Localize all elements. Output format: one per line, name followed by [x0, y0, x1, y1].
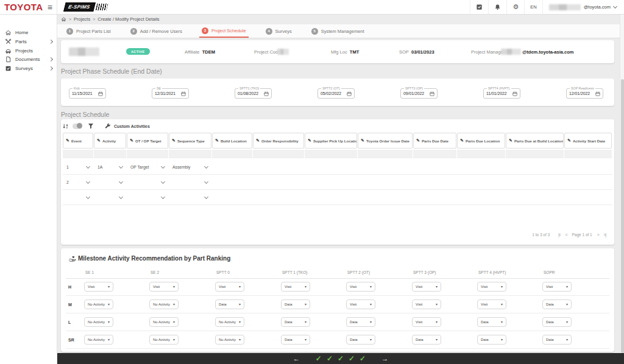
activity-select[interactable]: Data▾: [346, 335, 375, 345]
sidebar-item-home[interactable]: Home: [0, 29, 57, 37]
activity-select[interactable]: Visit▾: [346, 299, 375, 309]
next-page-button[interactable]: >: [597, 233, 599, 237]
activity-select[interactable]: No Activity▾: [84, 317, 113, 327]
activity-select[interactable]: Data▾: [412, 335, 441, 345]
ot-op-target-dropdown[interactable]: OP Target: [127, 165, 168, 169]
event-dropdown[interactable]: [63, 197, 93, 198]
date-field-sptt1[interactable]: SPTT1 (TKO) 01/08/2022: [235, 88, 272, 99]
column-header-toyota-order-issue-date[interactable]: ✎Toyota Order Issue Date: [358, 133, 413, 149]
activity-select[interactable]: Visit▾: [215, 282, 244, 292]
sidebar-item-projects[interactable]: Projects: [0, 47, 57, 55]
activity-select[interactable]: No Activity▾: [84, 335, 113, 345]
parts-tools-icon: [5, 38, 12, 45]
next-step-arrow[interactable]: →: [381, 355, 388, 362]
activity-select[interactable]: Data▾: [477, 317, 506, 327]
language-selector[interactable]: EN: [524, 0, 542, 14]
rank-label-sr: SR: [68, 338, 74, 342]
tab-system-management[interactable]: 5 System Management: [309, 24, 367, 38]
ot-op-target-dropdown[interactable]: [127, 197, 168, 198]
scrollbar-thumb[interactable]: [621, 79, 624, 353]
event-dropdown[interactable]: 1: [63, 165, 93, 169]
ot-op-target-dropdown[interactable]: [127, 181, 168, 183]
activity-select[interactable]: No Activity▾: [149, 317, 179, 327]
breadcrumb-current-page: Create / Modify Project Details: [98, 16, 159, 22]
date-field-sptt3[interactable]: SPTT3 (OP) 09/01/2022: [400, 88, 438, 99]
sort-icon[interactable]: AZ: [62, 123, 69, 130]
sequence-type-dropdown[interactable]: [169, 181, 211, 183]
sidebar-item-parts[interactable]: Parts: [0, 38, 57, 46]
activity-select[interactable]: Visit▾: [412, 317, 441, 327]
column-header-parts-due-at-build-location[interactable]: ✎Parts Due at Build Location: [506, 133, 564, 149]
project-schedule-title: Project Schedule: [61, 111, 109, 118]
activity-select[interactable]: Data▾: [215, 299, 244, 309]
hamburger-menu-icon[interactable]: ≡: [48, 3, 52, 12]
column-header-parts-due-location[interactable]: ✎Parts Due Location: [457, 133, 505, 149]
date-field-sptt4[interactable]: SPTT4 (HVPT) 11/01/2022: [483, 88, 520, 99]
sequence-type-dropdown[interactable]: [169, 197, 211, 198]
column-header-activity[interactable]: ✎Activity: [94, 133, 126, 149]
activity-select[interactable]: Visit▾: [149, 282, 179, 292]
activity-select[interactable]: Visit▾: [346, 282, 375, 292]
tab-surveys[interactable]: 4 Surveys: [263, 24, 294, 38]
breadcrumb-projects[interactable]: Projects: [74, 16, 90, 22]
activity-select[interactable]: Visit▾: [542, 282, 572, 292]
date-field-kick[interactable]: Kick 11/15/2021: [69, 88, 106, 99]
user-email-domain: @toyota.com: [584, 4, 611, 10]
wizard-tabs: 1 Project Parts List 2 Add / Remove User…: [57, 24, 624, 38]
tasks-icon[interactable]: [470, 0, 488, 14]
activity-select[interactable]: Visit▾: [477, 282, 506, 292]
column-header-ot-op-target[interactable]: ✎OT / OP Target: [127, 133, 168, 149]
tab-project-schedule[interactable]: 3 Project Schedule: [199, 24, 249, 38]
column-header-parts-due-date[interactable]: ✎Parts Due Date: [413, 133, 456, 149]
column-header-event[interactable]: ✎Event: [63, 133, 93, 149]
breadcrumb-separator: >: [93, 17, 95, 21]
activity-select[interactable]: Data▾: [542, 335, 572, 345]
activity-select[interactable]: Visit▾: [412, 299, 441, 309]
first-page-button[interactable]: |<: [558, 233, 560, 237]
last-page-button[interactable]: >|: [604, 233, 606, 237]
sidebar-item-documents[interactable]: Documents: [0, 55, 57, 63]
activity-dropdown[interactable]: [94, 197, 126, 198]
activity-select[interactable]: Data▾: [542, 299, 572, 309]
activity-select[interactable]: No Activity▾: [149, 335, 179, 345]
event-dropdown[interactable]: 2: [63, 180, 93, 184]
date-field-sop-readiness[interactable]: SOP Readiness 12/01/2022: [566, 88, 603, 99]
prev-page-button[interactable]: <: [566, 233, 567, 237]
activity-dropdown[interactable]: 1A: [94, 165, 126, 169]
filter-icon[interactable]: [88, 123, 94, 129]
activity-dropdown[interactable]: [94, 181, 126, 183]
column-header-supplier-pickup[interactable]: ✎Supplier Pick Up Location: [305, 133, 357, 149]
activity-select[interactable]: Visit▾: [477, 299, 506, 309]
sidebar-item-surveys[interactable]: Surveys: [0, 65, 57, 72]
activity-select[interactable]: Visit▾: [281, 282, 310, 292]
sequence-type-dropdown[interactable]: Assembly: [169, 165, 211, 169]
previous-step-arrow[interactable]: ←: [293, 355, 300, 362]
wrench-icon[interactable]: [105, 123, 111, 129]
date-field-sptt2[interactable]: SPTT2 (OT) 05/02/2022: [317, 88, 355, 99]
date-field-se[interactable]: SE 12/31/2021: [152, 88, 189, 99]
toggle-switch[interactable]: [73, 124, 82, 129]
activity-select[interactable]: Data▾: [542, 317, 572, 327]
activity-select[interactable]: Data▾: [477, 335, 506, 345]
settings-gear-icon[interactable]: ⚙: [506, 0, 524, 14]
tab-project-parts-list[interactable]: 1 Project Parts List: [64, 24, 113, 38]
activity-select[interactable]: Data▾: [281, 335, 310, 345]
activity-select[interactable]: Data▾: [281, 299, 310, 309]
column-header-order-responsibility[interactable]: ✎Order Responsibility: [253, 133, 304, 149]
activity-select[interactable]: No Activity▾: [215, 317, 244, 327]
vertical-scrollbar[interactable]: [620, 15, 624, 353]
activity-select[interactable]: No Activity▾: [215, 335, 244, 345]
activity-select[interactable]: Visit▾: [84, 282, 113, 292]
column-header-sequence-type[interactable]: ✎Sequence Type: [169, 133, 211, 149]
custom-activities-button[interactable]: Custom Activities: [114, 124, 150, 128]
user-menu[interactable]: @toyota.com: [542, 0, 624, 14]
column-header-activity-start-date[interactable]: ✎Activity Start Date: [564, 133, 612, 149]
activity-select[interactable]: Visit▾: [412, 282, 441, 292]
activity-select[interactable]: No Activity▾: [84, 299, 113, 309]
notifications-bell-icon[interactable]: [488, 0, 506, 14]
activity-select[interactable]: No Activity▾: [149, 299, 179, 309]
activity-select[interactable]: Data▾: [346, 317, 375, 327]
tab-add-remove-users[interactable]: 2 Add / Remove Users: [128, 24, 185, 38]
activity-select[interactable]: Data▾: [281, 317, 310, 327]
column-header-build-location[interactable]: ✎Build Location: [212, 133, 252, 149]
